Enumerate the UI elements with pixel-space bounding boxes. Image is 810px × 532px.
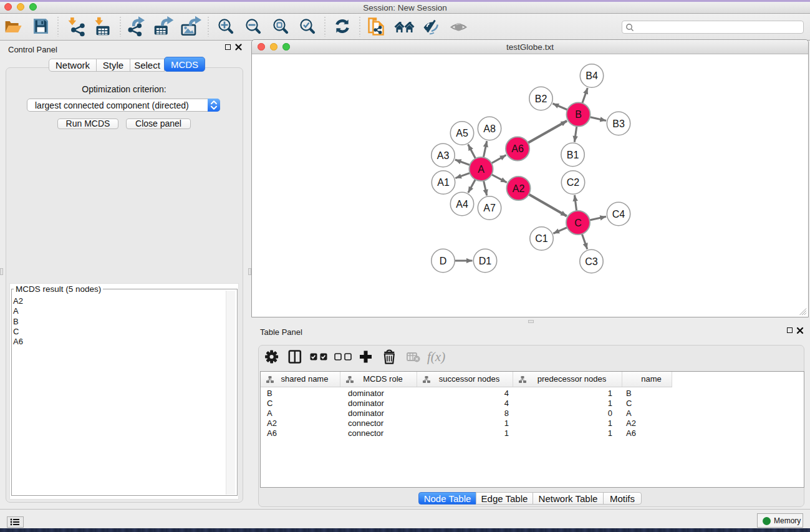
svg-text:A5: A5 bbox=[456, 128, 468, 138]
svg-text:A7: A7 bbox=[483, 203, 496, 213]
svg-text:C4: C4 bbox=[612, 209, 625, 220]
svg-text:B: B bbox=[575, 109, 582, 120]
svg-text:D1: D1 bbox=[479, 256, 492, 266]
svg-text:C: C bbox=[574, 218, 582, 228]
svg-text:B4: B4 bbox=[586, 70, 598, 81]
svg-text:B2: B2 bbox=[535, 94, 547, 104]
svg-text:A1: A1 bbox=[437, 177, 450, 188]
svg-text:A3: A3 bbox=[437, 150, 450, 161]
svg-text:C1: C1 bbox=[535, 233, 548, 244]
svg-text:C3: C3 bbox=[585, 256, 598, 267]
svg-text:A4: A4 bbox=[456, 199, 468, 210]
svg-text:A8: A8 bbox=[483, 123, 496, 134]
svg-text:f(x): f(x) bbox=[427, 349, 445, 364]
svg-text:A: A bbox=[478, 164, 485, 175]
svg-text:A2: A2 bbox=[513, 183, 525, 194]
svg-text:B3: B3 bbox=[612, 118, 625, 129]
svg-text:A6: A6 bbox=[511, 143, 524, 154]
svg-text:D: D bbox=[440, 256, 447, 266]
svg-text:C2: C2 bbox=[567, 177, 580, 188]
svg-text:B1: B1 bbox=[567, 150, 579, 160]
